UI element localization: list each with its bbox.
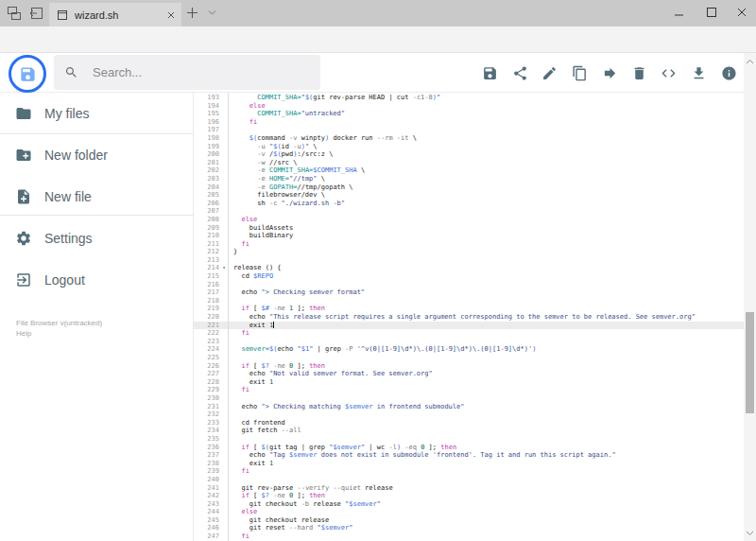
copy-button[interactable]	[568, 62, 591, 83]
code-line-217[interactable]: 217 echo "> Checking semver format"	[194, 288, 744, 297]
code-line-207[interactable]: 207	[194, 207, 744, 216]
help-link[interactable]: Help	[16, 328, 102, 339]
line-number: 225	[194, 354, 219, 362]
code-line-245[interactable]: 245 git checkout release	[194, 516, 744, 525]
delete-button[interactable]	[627, 62, 650, 83]
sidebar-item-new-folder[interactable]: New folder	[0, 140, 193, 170]
code-text: buildBinary	[229, 232, 293, 240]
code-line-240[interactable]: 240	[194, 476, 744, 484]
code-line-244[interactable]: 244 else	[194, 508, 744, 516]
tab-favicon-icon	[57, 9, 68, 21]
code-line-223[interactable]: 223	[194, 338, 744, 346]
filebrowser-logo[interactable]	[9, 55, 46, 93]
save-button[interactable]	[478, 62, 501, 83]
code-line-195[interactable]: 195 COMMIT_SHA="untracked"	[194, 110, 744, 118]
code-line-241[interactable]: 241 git rev-parse --verify --quiet relea…	[194, 484, 744, 493]
code-line-242[interactable]: 242 if [ $? -ne 0 ]; then	[194, 492, 744, 500]
code-line-215[interactable]: 215 cd $REPO	[194, 272, 744, 281]
code-line-209[interactable]: 209 buildAssets	[194, 224, 744, 233]
browser-tab[interactable]: wizard.sh	[49, 3, 181, 26]
line-number: 207	[194, 207, 219, 216]
line-number: 203	[194, 175, 219, 183]
code-line-234[interactable]: 234 git fetch --all	[194, 427, 744, 435]
code-line-233[interactable]: 233 cd frontend	[194, 419, 744, 428]
code-line-196[interactable]: 196 fi	[194, 118, 744, 127]
code-line-222[interactable]: 222 fi	[194, 329, 744, 338]
code-line-204[interactable]: 204 -e GOPATH=//tmp/gopath \	[194, 183, 744, 192]
code-line-206[interactable]: 206 sh -c "./wizard.sh -b"	[194, 200, 744, 208]
info-button[interactable]	[717, 62, 740, 83]
code-line-235[interactable]: 235	[194, 435, 744, 444]
window-minimize-button[interactable]	[664, 0, 693, 25]
code-line-247[interactable]: 247 fi	[194, 532, 744, 541]
window-close-button[interactable]	[728, 0, 756, 25]
code-line-232[interactable]: 232	[194, 410, 744, 419]
code-line-238[interactable]: 238 exit 1	[194, 460, 744, 468]
code-line-226[interactable]: 226 if [ $? -ne 0 ]; then	[194, 362, 744, 371]
code-line-243[interactable]: 243 git checkout -b release "$semver"	[194, 500, 744, 509]
code-line-229[interactable]: 229 fi	[194, 386, 744, 394]
code-line-193[interactable]: 193 COMMIT_SHA="$(git rev-parse HEAD | c…	[194, 94, 744, 102]
code-line-200[interactable]: 200 -v /$(pwd):/src:z \	[194, 150, 744, 159]
code-text	[229, 281, 233, 289]
code-line-246[interactable]: 246 git reset --hard "$semver"	[194, 524, 744, 532]
code-line-212[interactable]: 212}	[194, 248, 744, 256]
code-line-198[interactable]: 198 $(command -v winpty) docker run --rm…	[194, 134, 744, 143]
scroll-down-icon[interactable]	[744, 527, 756, 539]
code-line-199[interactable]: 199 -u "$(id -u)" \	[194, 143, 744, 151]
code-line-214[interactable]: 214▾release () {	[194, 264, 744, 272]
sidebar-item-label: New folder	[44, 148, 108, 163]
tab-close-icon[interactable]	[167, 11, 175, 19]
code-line-213[interactable]: 213	[194, 256, 744, 265]
code-line-194[interactable]: 194 else	[194, 102, 744, 111]
code-line-224[interactable]: 224 semver=$(echo "$1" | grep -P '^v(0|[…	[194, 345, 744, 354]
new-tab-icon[interactable]	[186, 7, 198, 19]
code-line-201[interactable]: 201 -w //src \	[194, 159, 744, 167]
code-line-230[interactable]: 230	[194, 394, 744, 403]
code-line-225[interactable]: 225	[194, 354, 744, 362]
code-text: COMMIT_SHA="$(git rev-parse HEAD | cut -…	[229, 94, 440, 102]
code-line-239[interactable]: 239 fi	[194, 467, 744, 476]
tabs-set-aside-icon[interactable]	[28, 6, 45, 21]
edit-button[interactable]	[538, 62, 560, 83]
line-number: 202	[194, 166, 219, 175]
move-button[interactable]	[598, 62, 621, 83]
sidebar-item-my-files[interactable]: My files	[0, 98, 193, 129]
code-line-228[interactable]: 228 exit 1	[194, 378, 744, 387]
page-scrollbar[interactable]	[744, 53, 756, 541]
code-line-221[interactable]: 221 exit 1	[194, 322, 744, 330]
code-editor[interactable]: 193 COMMIT_SHA="$(git rev-parse HEAD | c…	[193, 93, 744, 541]
code-line-208[interactable]: 208 else	[194, 216, 744, 224]
sidebar-item-settings[interactable]: Settings	[0, 223, 193, 253]
search-input[interactable]	[91, 64, 302, 80]
code-line-237[interactable]: 237 echo "Tag $semver does not exist in …	[194, 451, 744, 460]
sidebar-divider	[0, 215, 193, 216]
code-line-203[interactable]: 203 -e HOME="//tmp" \	[194, 175, 744, 183]
code-line-216[interactable]: 216	[194, 281, 744, 289]
share-button[interactable]	[508, 62, 531, 83]
code-line-227[interactable]: 227 echo "Not valid semver format. See s…	[194, 370, 744, 378]
download-button[interactable]	[687, 62, 710, 83]
code-line-202[interactable]: 202 -e COMMIT_SHA=$COMMIT_SHA \	[194, 166, 744, 175]
code-line-211[interactable]: 211 fi	[194, 240, 744, 249]
code-line-236[interactable]: 236 if [ $(git tag | grep "$semver" | wc…	[194, 444, 744, 452]
code-line-205[interactable]: 205 filebrowser/dev \	[194, 191, 744, 200]
code-line-197[interactable]: 197	[194, 126, 744, 134]
tab-preview-icon[interactable]	[7, 6, 24, 21]
window-maximize-button[interactable]	[697, 0, 726, 25]
scroll-up-icon[interactable]	[744, 55, 756, 67]
tab-list-chevron-icon[interactable]	[208, 9, 216, 16]
sidebar-item-new-file[interactable]: New file	[0, 182, 193, 212]
code-line-219[interactable]: 219 if [ $# -ne 1 ]; then	[194, 305, 744, 313]
scrollbar-thumb[interactable]	[746, 312, 754, 413]
sidebar-item-logout[interactable]: Logout	[0, 265, 193, 295]
line-number: 234	[194, 427, 219, 435]
code-line-210[interactable]: 210 buildBinary	[194, 232, 744, 240]
code-line-231[interactable]: 231 echo "> Checking matching $semver in…	[194, 403, 744, 411]
code-line-220[interactable]: 220 echo "This release script requires a…	[194, 313, 744, 322]
code-button[interactable]	[657, 62, 679, 83]
sidebar-divider	[0, 133, 193, 134]
line-number: 235	[194, 435, 219, 444]
search-bar[interactable]	[54, 55, 320, 90]
code-line-218[interactable]: 218	[194, 297, 744, 305]
